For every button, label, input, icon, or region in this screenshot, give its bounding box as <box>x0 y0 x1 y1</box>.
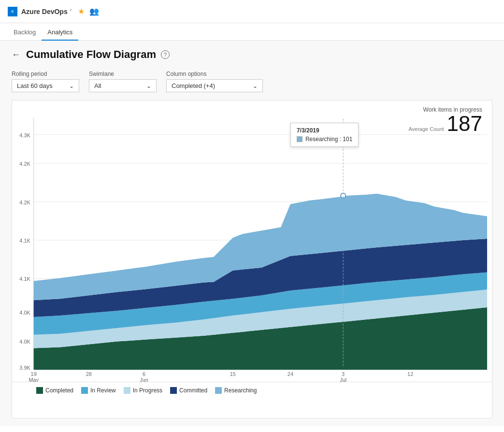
tab-backlog[interactable]: Backlog <box>8 25 42 41</box>
legend-item-completed: Completed <box>36 387 73 394</box>
svg-text:24: 24 <box>288 371 293 377</box>
chart-svg-wrapper: 4.3K 4.2K 4.2K 4.1K 4.1K 4.0K 4.0K 3.9K <box>12 108 492 382</box>
column-options-group: Column options Completed (+4) ⌄ <box>166 71 263 92</box>
svg-text:4.2K: 4.2K <box>19 161 30 167</box>
svg-text:15: 15 <box>230 371 236 377</box>
swimlane-label: Swimlane <box>89 71 157 77</box>
person-icon[interactable]: 👥 <box>89 7 99 16</box>
legend-swatch-in-review <box>81 387 88 394</box>
rolling-period-select[interactable]: Last 60 days ⌄ <box>12 79 79 92</box>
help-icon[interactable]: ? <box>161 50 170 59</box>
svg-text:Jun: Jun <box>140 377 148 382</box>
svg-text:6: 6 <box>143 371 145 377</box>
legend-label-in-review: In Review <box>90 387 116 394</box>
back-icon[interactable]: ← <box>12 50 20 60</box>
svg-text:4.1K: 4.1K <box>19 276 30 282</box>
legend-label-completed: Completed <box>45 387 73 394</box>
app-logo-icon: ≡ <box>8 7 17 16</box>
svg-text:4.3K: 4.3K <box>19 132 30 138</box>
svg-text:4.0K: 4.0K <box>19 310 30 316</box>
svg-text:4.1K: 4.1K <box>19 238 30 244</box>
svg-text:4.0K: 4.0K <box>19 339 30 345</box>
svg-text:12: 12 <box>407 371 413 377</box>
swimlane-chevron: ⌄ <box>146 83 151 89</box>
legend-swatch-researching <box>215 387 222 394</box>
page-content: ← Cumulative Flow Diagram ? Rolling peri… <box>0 41 504 426</box>
page-title-row: ← Cumulative Flow Diagram ? <box>12 48 492 61</box>
swimlane-select[interactable]: All ⌄ <box>89 79 157 92</box>
legend-swatch-committed <box>170 387 177 394</box>
nav-tabs: Backlog Analytics <box>0 23 504 41</box>
svg-text:3: 3 <box>342 371 345 377</box>
filters-row: Rolling period Last 60 days ⌄ Swimlane A… <box>12 71 492 92</box>
svg-text:28: 28 <box>86 371 92 377</box>
tab-analytics[interactable]: Analytics <box>42 25 78 41</box>
chart-legend: Completed In Review In Progress Committe… <box>12 382 492 399</box>
svg-text:19: 19 <box>31 371 37 377</box>
legend-label-in-progress: In Progress <box>133 387 162 394</box>
chart-svg: 4.3K 4.2K 4.2K 4.1K 4.1K 4.0K 4.0K 3.9K <box>12 108 492 382</box>
app-header: ≡ Azure DevOps ˅ ★ 👥 <box>0 0 504 23</box>
rolling-period-label: Rolling period <box>12 71 79 77</box>
legend-item-researching: Researching <box>215 387 257 394</box>
app-title: Azure DevOps <box>21 8 68 15</box>
rolling-period-group: Rolling period Last 60 days ⌄ <box>12 71 79 92</box>
legend-swatch-in-progress <box>124 387 130 394</box>
legend-label-researching: Researching <box>224 387 257 394</box>
svg-text:Jul: Jul <box>340 377 346 382</box>
page-title: Cumulative Flow Diagram <box>26 48 156 61</box>
column-options-label: Column options <box>166 71 263 77</box>
column-options-chevron: ⌄ <box>253 83 258 89</box>
swimlane-group: Swimlane All ⌄ <box>89 71 157 92</box>
rolling-period-chevron: ⌄ <box>69 83 74 89</box>
svg-text:4.2K: 4.2K <box>19 200 30 205</box>
svg-text:May: May <box>29 377 39 382</box>
legend-swatch-completed <box>36 387 43 394</box>
star-icon[interactable]: ★ <box>78 7 85 16</box>
svg-text:3.9K: 3.9K <box>19 365 30 371</box>
swimlane-value: All <box>94 82 101 89</box>
legend-item-in-progress: In Progress <box>124 387 162 394</box>
column-options-value: Completed (+4) <box>172 82 215 89</box>
chart-container: Work items in progress Average Count 187… <box>12 100 492 418</box>
column-options-select[interactable]: Completed (+4) ⌄ <box>166 79 263 92</box>
legend-item-in-review: In Review <box>81 387 116 394</box>
legend-label-committed: Committed <box>179 387 207 394</box>
rolling-period-value: Last 60 days <box>17 82 53 89</box>
legend-item-committed: Committed <box>170 387 207 394</box>
chevron-down-icon[interactable]: ˅ <box>70 9 72 14</box>
